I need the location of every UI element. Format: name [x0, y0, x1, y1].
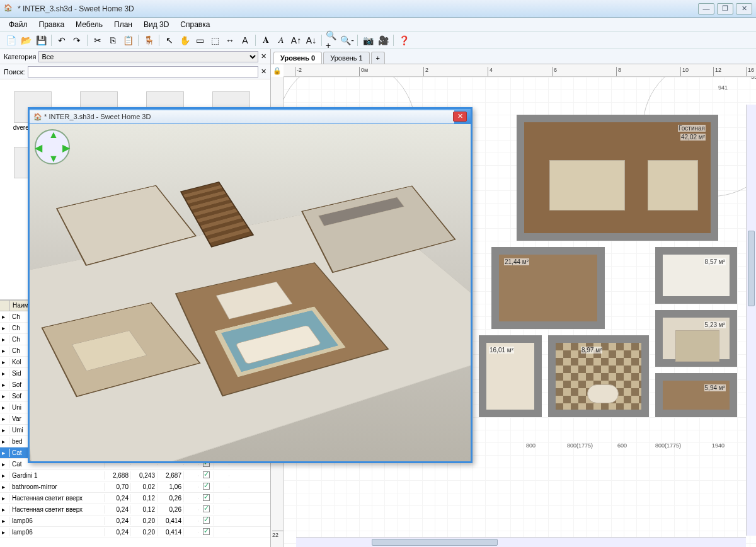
- zoom-in-icon[interactable]: 🔍+: [325, 33, 339, 47]
- close-button[interactable]: ✕: [736, 3, 752, 14]
- maximize-button[interactable]: ❐: [717, 3, 733, 14]
- copy-icon[interactable]: ⎘: [106, 33, 120, 47]
- toolbar: 📄📂💾↶↷✂⎘📋🪑↖✋▭⬚↔A𝐀𝐴A↑A↓🔍+🔍-📷🎥❓: [0, 32, 756, 49]
- scrollbar-horizontal[interactable]: [296, 537, 746, 547]
- text-italic-icon[interactable]: 𝐴: [274, 33, 288, 47]
- nav-compass[interactable]: ▲ ▼ ◀ ▶: [35, 129, 70, 164]
- undo-icon[interactable]: ↶: [55, 33, 69, 47]
- view-3d-title: * INTER_3.sh3d - Sweet Home 3D: [44, 113, 151, 120]
- text-bold-icon[interactable]: 𝐀: [259, 33, 273, 47]
- scrollbar-vertical[interactable]: [746, 105, 756, 536]
- dimension-icon[interactable]: ↔: [223, 33, 237, 47]
- level-tabs: Уровень 0Уровень 1+: [271, 49, 756, 64]
- menu-Файл[interactable]: Файл: [4, 19, 33, 30]
- view-3d-close-button[interactable]: ✕: [453, 112, 467, 122]
- menubar: ФайлПравкаМебельПланВид 3DСправка: [0, 18, 756, 32]
- category-row: Категория Все ✕: [0, 49, 270, 64]
- add-level-button[interactable]: +: [371, 52, 385, 64]
- table-row[interactable]: ▸bathroom-mirror0,700,021,06: [0, 481, 270, 493]
- level-tab[interactable]: Уровень 1: [323, 52, 370, 64]
- open-icon[interactable]: 📂: [19, 33, 33, 47]
- table-row[interactable]: ▸Настенная светит вверх0,240,120,26: [0, 493, 270, 504]
- table-row[interactable]: ▸Gardini 12,6880,2432,687: [0, 470, 270, 481]
- search-input[interactable]: [28, 66, 258, 78]
- app-icon: 🏠: [33, 113, 42, 120]
- category-label: Категория: [4, 53, 36, 60]
- view-3d-canvas[interactable]: ▲ ▼ ◀ ▶: [30, 124, 471, 461]
- menu-Справка[interactable]: Справка: [175, 19, 215, 30]
- table-row[interactable]: ▸Настенная светит вверх0,240,120,26: [0, 504, 270, 515]
- window-title: * INTER_3.sh3d - Sweet Home 3D: [18, 4, 698, 13]
- redo-icon[interactable]: ↷: [70, 33, 84, 47]
- cut-icon[interactable]: ✂: [91, 33, 105, 47]
- pan-icon[interactable]: ✋: [178, 33, 192, 47]
- menu-Правка[interactable]: Правка: [34, 19, 70, 30]
- menu-Вид 3D[interactable]: Вид 3D: [139, 19, 174, 30]
- view-3d-window[interactable]: 🏠 * INTER_3.sh3d - Sweet Home 3D ✕ ▲ ▼ ◀…: [28, 107, 472, 463]
- menu-План[interactable]: План: [109, 19, 137, 30]
- help-icon[interactable]: ❓: [397, 33, 411, 47]
- room-icon[interactable]: ⬚: [208, 33, 222, 47]
- select-icon[interactable]: ↖: [163, 33, 176, 47]
- save-icon[interactable]: 💾: [34, 33, 48, 47]
- paste-icon[interactable]: 📋: [121, 33, 135, 47]
- app-icon: 🏠: [4, 4, 14, 14]
- add-furniture-icon[interactable]: 🪑: [142, 33, 156, 47]
- table-row[interactable]: ▸lamp060,240,200,414: [0, 527, 270, 538]
- titlebar: 🏠 * INTER_3.sh3d - Sweet Home 3D — ❐ ✕: [0, 0, 756, 18]
- photo-icon[interactable]: 📷: [361, 33, 375, 47]
- text-size-up-icon[interactable]: A↑: [289, 33, 303, 47]
- ruler-horizontal: -20м2468101216: [284, 64, 756, 77]
- clear-icon[interactable]: ✕: [261, 52, 266, 60]
- menu-Мебель[interactable]: Мебель: [71, 19, 108, 30]
- search-row: Поиск: ✕: [0, 64, 270, 79]
- lock-icon[interactable]: 🔒: [271, 64, 284, 77]
- video-icon[interactable]: 🎥: [376, 33, 390, 47]
- search-label: Поиск:: [4, 68, 25, 76]
- clear-search-icon[interactable]: ✕: [261, 67, 266, 76]
- text-icon[interactable]: A: [238, 33, 252, 47]
- zoom-out-icon[interactable]: 🔍-: [340, 33, 354, 47]
- text-size-down-icon[interactable]: A↓: [304, 33, 318, 47]
- wall-icon[interactable]: ▭: [193, 33, 207, 47]
- level-tab[interactable]: Уровень 0: [273, 52, 322, 64]
- new-icon[interactable]: 📄: [4, 33, 18, 47]
- minimize-button[interactable]: —: [698, 3, 714, 14]
- table-row[interactable]: ▸lamp060,240,200,414: [0, 515, 270, 527]
- category-select[interactable]: Все: [38, 51, 258, 62]
- floorplan: Гостиная 42,02 м² 21,44 м² 8,57 м² 5,2: [491, 89, 756, 417]
